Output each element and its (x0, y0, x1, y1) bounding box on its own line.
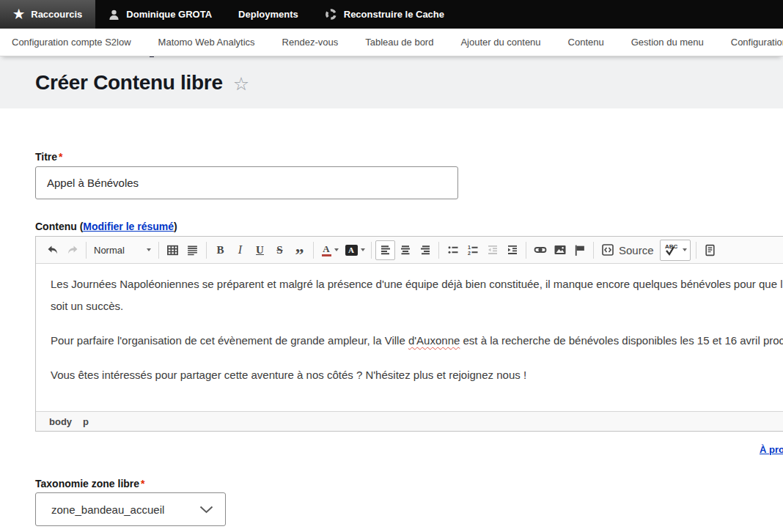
source-button-label[interactable]: Source (619, 244, 654, 256)
chevron-down-icon (147, 248, 151, 251)
nav-item-contenu[interactable]: Contenu (568, 37, 604, 48)
title-field-label: Titre* (35, 151, 63, 163)
admin-item-label: Dominique GROTA (126, 9, 212, 20)
recycle-icon (325, 8, 337, 21)
indent-icon[interactable] (502, 240, 522, 260)
bold-icon[interactable]: B (210, 240, 230, 260)
editor-paragraph: Pour parfaire l'organisation de cet évèn… (51, 330, 783, 352)
taxonomy-field-label: Taxonomie zone libre* (35, 478, 145, 489)
admin-item-deployments[interactable]: Deployments (225, 0, 312, 29)
editor-content-area[interactable]: Les Journées Napoléoniennes se préparent… (36, 264, 783, 411)
taxonomy-select-value: zone_bandeau_accueil (51, 503, 199, 516)
outdent-icon[interactable] (482, 240, 502, 260)
italic-icon[interactable]: I (230, 240, 250, 260)
source-icon[interactable] (598, 240, 617, 260)
svg-text:2: 2 (468, 251, 471, 256)
required-mark: * (59, 151, 62, 163)
page-header: Créer Contenu libre ☆ (0, 56, 783, 108)
text-color-icon[interactable]: A (317, 240, 342, 260)
nav-item-tableau-de-bord[interactable]: Tableau de bord (365, 37, 433, 48)
templates-icon[interactable] (700, 240, 720, 260)
admin-item-label: Deployments (238, 9, 298, 20)
path-item-p[interactable]: p (83, 416, 89, 427)
page-title: Créer Contenu libre (35, 71, 223, 95)
toolbar-separator (86, 242, 87, 259)
spellcheck-abc-text: ABC (665, 243, 678, 250)
admin-item-rebuild-cache[interactable]: Reconstruire le Cache (312, 0, 457, 29)
shortcuts-nav: Configuration compte S2low Matomo Web An… (0, 29, 783, 56)
undo-icon[interactable] (43, 240, 62, 260)
favorite-star-icon[interactable]: ☆ (233, 73, 249, 95)
toolbar-separator (313, 242, 314, 259)
editor-toolbar: Normal B I U S ” A A (36, 237, 783, 264)
editor-element-path: body p (36, 411, 783, 431)
toolbar-separator (526, 242, 526, 259)
numbered-list-icon[interactable]: 12 (463, 240, 482, 260)
nav-item-s2low[interactable]: Configuration compte S2low (12, 37, 131, 48)
nav-item-matomo[interactable]: Matomo Web Analytics (158, 37, 255, 48)
admin-item-user[interactable]: Dominique GROTA (95, 0, 225, 29)
admin-item-label: Raccourcis (31, 9, 82, 20)
toolbar-separator (206, 242, 207, 259)
toolbar-separator (438, 242, 439, 259)
admin-toolbar: ★ Raccourcis Dominique GROTA Deployments… (0, 0, 783, 29)
align-left-icon[interactable] (375, 240, 395, 260)
toolbar-separator (371, 242, 372, 259)
chevron-down-icon (199, 506, 213, 514)
toolbar-separator (696, 242, 696, 259)
toolbar-separator (158, 242, 159, 259)
align-center-icon[interactable] (395, 240, 415, 260)
admin-item-label: Reconstruire le Cache (344, 9, 444, 20)
rich-text-editor: Normal B I U S ” A A (35, 236, 783, 432)
underline-icon[interactable]: U (250, 240, 270, 260)
nav-item-configuration[interactable]: Configuration (731, 37, 783, 48)
image-icon[interactable] (550, 240, 570, 260)
body-field-label: Contenu (Modifier le résumé) (35, 221, 177, 232)
title-input[interactable] (35, 166, 458, 199)
nav-item-ajouter-du-contenu[interactable]: Ajouter du contenu (460, 37, 540, 48)
spellcheck-button[interactable]: ABC (660, 240, 691, 261)
table-icon[interactable] (163, 240, 183, 260)
user-icon (109, 9, 120, 21)
text-format-about-link[interactable]: À prop (760, 444, 783, 455)
nav-item-gestion-du-menu[interactable]: Gestion du menu (631, 37, 704, 48)
path-item-body[interactable]: body (49, 416, 72, 427)
editor-paragraph: Les Journées Napoléoniennes se préparent… (51, 273, 783, 317)
edit-summary-link[interactable]: Modifier le résumé (83, 221, 174, 232)
redo-icon[interactable] (62, 240, 82, 260)
format-combo-value: Normal (94, 245, 144, 256)
paragraph-format-combo[interactable]: Normal (90, 240, 155, 260)
background-color-icon[interactable]: A (342, 240, 367, 260)
bullet-list-icon[interactable] (443, 240, 463, 260)
blockquote-icon[interactable]: ” (290, 240, 309, 260)
required-mark: * (141, 478, 144, 489)
editor-paragraph: Vous êtes intéressés pour partager cette… (51, 364, 783, 386)
taxonomy-select[interactable]: zone_bandeau_accueil (35, 492, 226, 526)
align-right-icon[interactable] (415, 240, 435, 260)
star-icon: ★ (13, 8, 24, 21)
horizontal-line-icon[interactable] (183, 240, 202, 260)
nav-item-rendez-vous[interactable]: Rendez-vous (282, 37, 339, 48)
toolbar-separator (593, 242, 594, 259)
svg-text:1: 1 (468, 245, 471, 250)
chevron-down-icon (683, 248, 687, 251)
anchor-flag-icon[interactable] (570, 240, 589, 260)
strikethrough-icon[interactable]: S (270, 240, 290, 260)
link-icon[interactable] (530, 240, 550, 260)
admin-item-shortcuts[interactable]: ★ Raccourcis (0, 0, 95, 29)
spellcheck-flagged-word: d'Auxonne (408, 334, 460, 347)
